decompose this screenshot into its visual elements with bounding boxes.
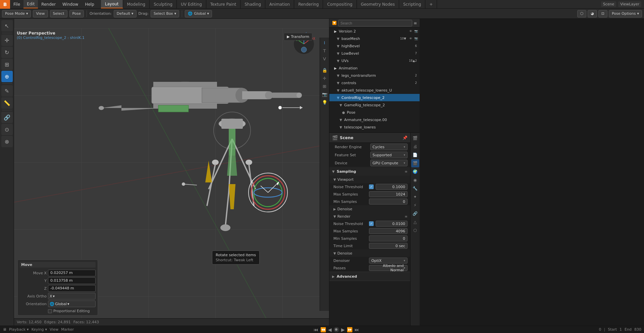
- outliner-item-uvs[interactable]: ▼ UVs 18▲2: [329, 57, 420, 64]
- menu-help[interactable]: Help: [82, 0, 97, 8]
- bone-tool[interactable]: ⊙: [1, 124, 13, 135]
- tool-panel-btn[interactable]: T: [321, 47, 328, 54]
- move-z-value[interactable]: -0.049448 m: [48, 285, 96, 292]
- orientation-selector[interactable]: 🌐Global▾: [48, 300, 96, 307]
- viewport-noise-checkbox[interactable]: ✓: [369, 184, 374, 189]
- cam-icon[interactable]: 📷: [414, 36, 418, 41]
- view-panel-btn[interactable]: V: [321, 55, 328, 62]
- transform-btn[interactable]: ▶ Transform: [284, 33, 312, 41]
- tab-compositing[interactable]: Compositing: [323, 0, 357, 8]
- outliner-item-legs[interactable]: ▼ legs_nontransform 2: [329, 72, 420, 79]
- lock-btn[interactable]: 🔒: [321, 66, 328, 74]
- outliner-item-aktuell[interactable]: ▼ aktuell_telescope_lowres_U: [329, 87, 420, 94]
- move-y-value[interactable]: 0.013758 m: [48, 277, 96, 284]
- sampling-header[interactable]: ▼ Sampling ≡: [329, 167, 410, 176]
- measure-tool[interactable]: 📏: [1, 97, 13, 109]
- view-item[interactable]: View: [50, 327, 58, 332]
- global-selector[interactable]: 🌐Global▾: [185, 10, 212, 17]
- outliner-item-lowbevel[interactable]: ▼ LowBevel 7: [329, 50, 420, 57]
- outliner-item-controls[interactable]: ▼ controls 2: [329, 79, 420, 87]
- particles-props-btn[interactable]: ✦: [411, 193, 419, 201]
- menu-render[interactable]: Render: [38, 0, 59, 8]
- scale-tool[interactable]: ⊞: [1, 59, 13, 70]
- view-layer-props-btn[interactable]: 📄: [411, 151, 419, 159]
- playback-item[interactable]: Playback ▾: [9, 327, 29, 332]
- render-min-samples-value[interactable]: 0: [369, 235, 408, 241]
- cursor-btn[interactable]: ✛: [321, 74, 328, 82]
- outliner-item-controlrig[interactable]: ▼ ControlRig_telescope_2: [329, 94, 420, 101]
- tab-rendering[interactable]: Rendering: [294, 0, 323, 8]
- view-layer-selector[interactable]: ViewLayer: [618, 1, 641, 7]
- render-noise-value[interactable]: 0.0100: [376, 221, 408, 227]
- output-props-btn[interactable]: 🖨: [411, 143, 419, 151]
- outliner-item-armature[interactable]: ▼ Armature_telescope.00: [329, 116, 420, 123]
- object-data-btn[interactable]: △: [411, 218, 419, 226]
- outliner-item-pose[interactable]: ● Pose: [329, 109, 420, 116]
- menu-window[interactable]: Window: [59, 0, 82, 8]
- outliner-filter-icon[interactable]: 🔽: [332, 21, 337, 25]
- render-icon[interactable]: 📷: [414, 29, 418, 34]
- visibility-icon[interactable]: 👁: [408, 29, 413, 34]
- modifier-props-btn[interactable]: 🔧: [411, 184, 419, 192]
- viewport-shading[interactable]: ⬡: [577, 10, 587, 17]
- outliner-item-animation[interactable]: ▶ Animation: [329, 64, 420, 72]
- constraints-btn[interactable]: 🔗: [411, 210, 419, 218]
- jump-end-btn[interactable]: ⏭: [355, 327, 359, 332]
- pose-options[interactable]: Pose Options▾: [609, 10, 642, 17]
- physics-props-btn[interactable]: ⚡: [411, 201, 419, 209]
- render-max-samples-value[interactable]: 4096: [369, 228, 408, 234]
- viewport-max-samples-value[interactable]: 1024: [369, 191, 408, 197]
- object-props-btn[interactable]: ◉: [411, 176, 419, 184]
- tab-add[interactable]: +: [425, 0, 437, 8]
- scene-props-btn[interactable]: 🎬: [411, 159, 419, 167]
- grid-btn[interactable]: ⊞: [321, 82, 328, 90]
- annotate-tool[interactable]: ✎: [1, 85, 13, 97]
- passes-selector[interactable]: Albedo and Normal ▾: [369, 265, 408, 271]
- drag-selector[interactable]: Select Box▾: [151, 10, 179, 17]
- pose-menu[interactable]: Pose: [69, 10, 84, 17]
- material-btn[interactable]: ⬡: [411, 226, 419, 234]
- menu-file[interactable]: File: [10, 0, 23, 8]
- scene-selector[interactable]: Scene: [601, 1, 616, 7]
- orientation-selector[interactable]: Default▾: [114, 10, 137, 17]
- viewport-overlays[interactable]: ◕: [588, 10, 597, 17]
- prop-pin-btn[interactable]: 📌: [402, 135, 408, 140]
- tab-geometry-nodes[interactable]: Geometry Nodes: [357, 0, 399, 8]
- render-subsection-header[interactable]: ▼ Render ≡: [329, 213, 410, 220]
- viewport-subsection-header[interactable]: ▼ Viewport: [329, 176, 410, 183]
- item-panel-btn[interactable]: I: [321, 39, 328, 46]
- cursor-tool[interactable]: ↖: [1, 20, 13, 32]
- tab-modeling[interactable]: Modeling: [123, 0, 150, 8]
- denoise-subsection-header[interactable]: ▶ Denoise: [329, 205, 410, 213]
- outliner-filter-btn[interactable]: ≡: [414, 21, 417, 25]
- transform-tool[interactable]: ⊕: [1, 71, 13, 82]
- tab-shading[interactable]: Shading: [240, 0, 265, 8]
- outliner-search[interactable]: [338, 20, 412, 26]
- next-frame-btn[interactable]: ⏩: [347, 327, 353, 332]
- render-props-btn[interactable]: 🎬: [411, 134, 419, 142]
- outliner-item-telescope-lowres[interactable]: ▼ telescope_lowres: [329, 123, 420, 131]
- vis-icon[interactable]: 👁: [408, 36, 413, 41]
- device-selector[interactable]: GPU Compute ▾: [370, 160, 408, 166]
- tab-animation[interactable]: Animation: [265, 0, 294, 8]
- feature-set-selector[interactable]: Supported ▾: [370, 152, 408, 158]
- outliner-item-highbevel[interactable]: ▼ highBevel 6: [329, 42, 420, 50]
- tab-uv-editing[interactable]: UV Editing: [177, 0, 206, 8]
- outliner-item-basemesh[interactable]: ▼ baseMesh 10▼ 👁 📷: [329, 35, 420, 42]
- next-keyframe-btn[interactable]: ▶: [341, 327, 345, 332]
- render-engine-selector[interactable]: Cycles ▾: [370, 144, 408, 150]
- world-props-btn[interactable]: 🌍: [411, 168, 419, 176]
- xray-toggle[interactable]: ⊡: [598, 10, 607, 17]
- proportional-editing-checkbox[interactable]: [48, 309, 52, 313]
- viewport-min-samples-value[interactable]: 0: [369, 199, 408, 205]
- chain-tool[interactable]: ⊗: [1, 136, 13, 147]
- select-menu[interactable]: Select: [50, 10, 67, 17]
- marker-item[interactable]: Marker: [61, 327, 74, 332]
- play-btn[interactable]: ⏺: [334, 327, 339, 332]
- tab-sculpting[interactable]: Sculpting: [150, 0, 177, 8]
- jump-start-btn[interactable]: ⏮: [314, 327, 318, 332]
- relation-tool[interactable]: 🔗: [1, 112, 13, 123]
- outliner-item-gamerig[interactable]: ▼ GameRig_telescope_2: [329, 101, 420, 109]
- viewport[interactable]: User Perspective (0) ControlRig_telescop…: [14, 19, 329, 326]
- tab-texture-paint[interactable]: Texture Paint: [206, 0, 240, 8]
